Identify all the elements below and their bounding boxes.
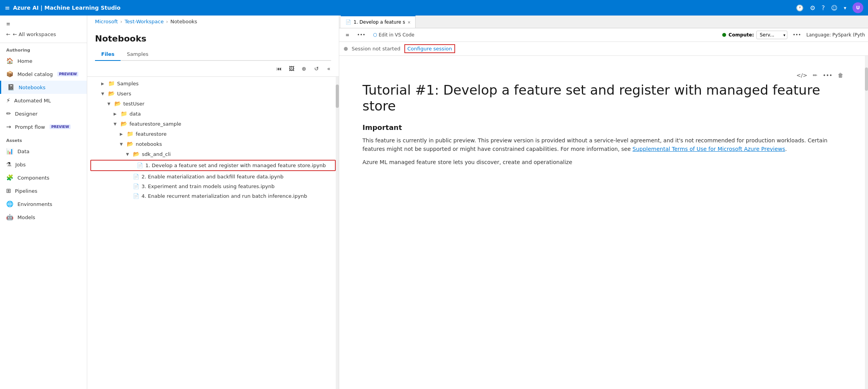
sidebar-item-home[interactable]: 🏠 Home (0, 54, 87, 67)
compute-dropdown[interactable]: Serv... ▾ (756, 31, 787, 39)
notebook-scrollbar-track[interactable] (865, 56, 868, 389)
avatar[interactable]: U (852, 2, 863, 13)
assets-section-label: Assets (0, 133, 87, 145)
sidebar-item-notebooks[interactable]: 📓 Notebooks (0, 81, 87, 94)
tree-item-users[interactable]: ▼ 📂 Users (87, 88, 339, 99)
sidebar-item-components[interactable]: 🧩 Components (0, 171, 87, 184)
chevron-icon: ▼ (126, 152, 131, 156)
preview-badge: PREVIEW (50, 124, 71, 129)
settings-icon[interactable]: ⚙ (810, 4, 815, 12)
sidebar-item-prompt-flow[interactable]: → Prompt flow PREVIEW (0, 120, 87, 133)
compute-more-button[interactable]: ••• (790, 31, 804, 39)
tree-item-notebook-2[interactable]: 📄 2. Enable materialization and backfill… (87, 172, 339, 182)
back-toolbar-button[interactable]: ⏮ (274, 63, 285, 74)
edit-in-vscode-button[interactable]: ⬡ Edit in VS Code (370, 31, 418, 39)
tree-item-label: notebooks (136, 141, 162, 147)
tree-item-notebook-3[interactable]: 📄 3. Experiment and train models using f… (87, 182, 339, 191)
chevron-icon: ▶ (120, 132, 124, 136)
sidebar-item-automated-ml[interactable]: ⚡ Automated ML (0, 94, 87, 107)
tree-item-notebook-4[interactable]: 📄 4. Enable recurrent materialization an… (87, 191, 339, 201)
breadcrumb-microsoft[interactable]: Microsoft (95, 19, 118, 24)
components-icon: 🧩 (6, 174, 14, 181)
more-icon: ••• (357, 32, 365, 38)
notebooks-icon: 📓 (7, 84, 15, 91)
file-tree-scrollbar[interactable] (336, 77, 339, 389)
notebook-paragraph-1: This feature is currently in public prev… (362, 136, 845, 154)
environments-icon: 🌐 (6, 201, 14, 207)
tab-samples[interactable]: Samples (121, 48, 155, 61)
sidebar-item-label: Environments (17, 201, 52, 207)
dropdown-icon[interactable]: ▾ (844, 5, 846, 11)
sidebar-item-environments[interactable]: 🌐 Environments (0, 197, 87, 211)
all-workspaces-button[interactable]: ← ← All workspaces (5, 29, 82, 40)
tree-item-testuser[interactable]: ▼ 📂 testUser (87, 99, 339, 109)
chevron-icon: ▼ (107, 102, 112, 106)
notebook-paragraph-2: Azure ML managed feature store lets you … (362, 158, 845, 166)
code-action-button[interactable]: </> (795, 71, 809, 79)
folder-icon: 📁 (121, 111, 127, 117)
collapse-icon: ≡ (6, 21, 10, 27)
configure-session-button[interactable]: Configure session (404, 44, 455, 53)
more-options-button[interactable]: ••• (354, 31, 368, 39)
sidebar-item-jobs[interactable]: ⚗ Jobs (0, 158, 87, 171)
tree-item-label: sdk_and_cli (142, 151, 171, 157)
top-bar: ≡ Azure AI | Machine Learning Studio 🕐 ⚙… (0, 0, 868, 16)
tree-item-notebooks-folder[interactable]: ▼ 📂 notebooks (87, 139, 339, 149)
sidebar-item-data[interactable]: 📊 Data (0, 145, 87, 158)
back-arrow-icon: ← (6, 31, 10, 37)
sidebar-item-label: Automated ML (14, 98, 51, 104)
tree-item-label: 4. Enable recurrent materialization and … (142, 193, 307, 199)
hamburger-icon[interactable]: ≡ (5, 4, 10, 12)
refresh-toolbar-button[interactable]: ↺ (311, 63, 322, 74)
tree-item-data[interactable]: ▶ 📁 data (87, 109, 339, 119)
delete-action-button[interactable]: 🗑 (836, 71, 845, 79)
sidebar-item-label: Jobs (15, 162, 26, 168)
image-toolbar-button[interactable]: 🖼 (286, 63, 297, 74)
tree-item-samples[interactable]: ▶ 📁 Samples (87, 78, 339, 88)
all-workspaces-label: ← All workspaces (13, 31, 56, 37)
sidebar-item-label: Notebooks (19, 85, 45, 90)
hamburger-menu-button[interactable]: ≡ (342, 31, 352, 39)
tree-item-sdk-and-cli[interactable]: ▼ 📂 sdk_and_cli (87, 149, 339, 159)
sidebar-item-model-catalog[interactable]: 📦 Model catalog PREVIEW (0, 67, 87, 81)
tree-item-label: 3. Experiment and train models using fea… (142, 183, 274, 189)
face-icon[interactable]: ☺ (831, 4, 838, 12)
sidebar-item-models[interactable]: 🤖 Models (0, 211, 87, 224)
editor-area: 📄 1. Develop a feature s × ≡ ••• ⬡ Edit … (339, 16, 868, 389)
sidebar-item-label: Home (17, 58, 32, 64)
editor-tab-notebook1[interactable]: 📄 1. Develop a feature s × (341, 16, 416, 28)
sidebar-collapse-button[interactable]: ≡ (5, 19, 82, 29)
session-status-text: Session not started (352, 46, 400, 52)
notebooks-header: Notebooks Files Samples (87, 28, 339, 61)
sidebar-item-pipelines[interactable]: ⊞ Pipelines (0, 184, 87, 197)
tree-item-label: Samples (117, 81, 139, 86)
tree-item-featurestore-sample[interactable]: ▼ 📂 featurestore_sample (87, 119, 339, 129)
sidebar-item-designer[interactable]: ✏ Designer (0, 107, 87, 120)
file-icon: 📄 (133, 174, 139, 180)
collapse-toolbar-button[interactable]: « (323, 63, 334, 74)
chevron-icon: ▶ (101, 81, 106, 86)
tab-close-button[interactable]: × (407, 20, 411, 24)
sidebar: ≡ ← ← All workspaces Authoring 🏠 Home 📦 … (0, 16, 87, 389)
preview-badge: PREVIEW (57, 72, 78, 76)
main-layout: ≡ ← ← All workspaces Authoring 🏠 Home 📦 … (0, 16, 868, 389)
supplemental-terms-link[interactable]: Supplemental Terms of Use for Microsoft … (633, 146, 785, 152)
prompt-flow-icon: → (6, 123, 11, 130)
session-bar: Session not started Configure session (339, 42, 868, 56)
history-icon[interactable]: 🕐 (796, 4, 804, 12)
tree-item-notebook-1[interactable]: 📄 1. Develop a feature set and register … (90, 160, 336, 171)
session-status-dot (344, 47, 348, 51)
sidebar-item-label: Pipelines (15, 188, 38, 194)
add-toolbar-button[interactable]: ⊕ (299, 63, 309, 74)
file-icon: 📄 (133, 183, 139, 189)
notebook-content: </> ✏ ••• 🗑 Tutorial #1: Develop a featu… (339, 56, 868, 389)
edit-action-button[interactable]: ✏ (811, 71, 819, 79)
help-icon[interactable]: ? (821, 4, 825, 12)
sidebar-item-label: Model catalog (17, 71, 53, 77)
tree-item-featurestore[interactable]: ▶ 📁 featurestore (87, 129, 339, 139)
breadcrumb-workspace[interactable]: Test-Workspace (124, 19, 164, 24)
tab-files[interactable]: Files (95, 48, 121, 61)
more-action-button[interactable]: ••• (821, 71, 834, 79)
authoring-section-label: Authoring (0, 43, 87, 54)
notebook-main-heading: Tutorial #1: Develop a feature set and r… (362, 82, 845, 114)
